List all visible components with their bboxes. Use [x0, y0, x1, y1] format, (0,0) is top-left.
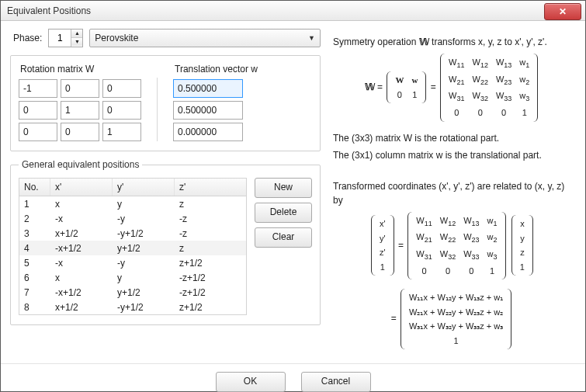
info-line3: The (3x1) column matrix w is the transla… — [333, 148, 571, 162]
gep-fieldset: General equivalent positions No. x' y' z… — [10, 159, 321, 325]
chevron-down-icon: ▼ — [308, 34, 315, 42]
gep-buttons: New Delete Clear — [255, 178, 312, 315]
w32-input[interactable]: 0 — [61, 123, 99, 141]
w2-input[interactable]: 0.500000 — [173, 101, 243, 120]
phase-combo-value: Perovskite — [95, 33, 138, 43]
w22-input[interactable]: 1 — [61, 101, 99, 120]
close-button[interactable]: ✕ — [544, 3, 581, 20]
table-row[interactable]: 4-x+1/2y+1/2z — [19, 241, 246, 255]
gep-table-body[interactable]: 1xyz2-x-y-z3x+1/2-y+1/2-z4-x+1/2y+1/2z5-… — [19, 196, 247, 315]
footer: OK Cancel — [1, 363, 585, 392]
dialog-body: Phase: ▲ ▼ Perovskite ▼ Rotation matrix — [1, 21, 585, 363]
eq-transform: x'y'z'1 = W11W12W13w1W21W22W23w2W31W32W3… — [333, 212, 571, 280]
matrix-fieldset: Rotation matrix W -1 0 0 0 1 0 0 0 1 — [10, 55, 321, 151]
gep-table-head: No. x' y' z' — [19, 178, 247, 196]
w1-input[interactable]: 0.500000 — [173, 79, 243, 98]
titlebar: Equivalent Positions ✕ — [1, 1, 585, 21]
w23-input[interactable]: 0 — [102, 101, 141, 120]
gep-table: No. x' y' z' 1xyz2-x-y-z3x+1/2-y+1/2-z4-… — [19, 178, 247, 315]
separator — [157, 78, 158, 141]
spin-up-button[interactable]: ▲ — [71, 29, 82, 38]
close-icon: ✕ — [559, 6, 567, 17]
w12-input[interactable]: 0 — [61, 79, 99, 98]
w33-input[interactable]: 1 — [102, 123, 141, 141]
new-button[interactable]: New — [255, 178, 312, 198]
info-line1: Symmetry operation 𝕎 transforms x, y, z … — [333, 35, 571, 49]
info-line2: The (3x3) matrix W is the rotational par… — [333, 131, 571, 145]
table-row[interactable]: 8x+1/2-y+1/2z+1/2 — [19, 300, 246, 314]
table-row[interactable]: 7-x+1/2y+1/2-z+1/2 — [19, 285, 246, 300]
eq-expanded: = W₁₁x + W₁₂y + W₁₃z + w₁W₂₁x + W₂₂y + W… — [333, 289, 571, 349]
spin-down-button[interactable]: ▼ — [71, 38, 82, 46]
phase-input[interactable] — [49, 29, 71, 47]
table-row[interactable]: 3x+1/2-y+1/2-z — [19, 226, 246, 241]
translation-grid: 0.500000 0.500000 0.000000 — [173, 79, 258, 141]
cancel-button[interactable]: Cancel — [301, 372, 371, 392]
table-row[interactable]: 1xyz — [19, 196, 246, 211]
rotation-block: Rotation matrix W -1 0 0 0 1 0 0 0 1 — [19, 64, 141, 141]
rotation-label: Rotation matrix W — [19, 64, 141, 75]
dialog-window: Equivalent Positions ✕ Phase: ▲ ▼ Perovs… — [0, 0, 586, 392]
th-z[interactable]: z' — [175, 179, 237, 196]
phase-spinner[interactable]: ▲ ▼ — [48, 29, 83, 47]
w31-input[interactable]: 0 — [19, 123, 57, 141]
th-no[interactable]: No. — [19, 179, 50, 196]
table-row[interactable]: 2-x-y-z — [19, 211, 246, 226]
info-panel: Symmetry operation 𝕎 transforms x, y, z … — [324, 29, 576, 359]
clear-button[interactable]: Clear — [255, 227, 312, 248]
delete-button[interactable]: Delete — [255, 203, 312, 223]
translation-block: Translation vector w 0.500000 0.500000 0… — [173, 64, 258, 141]
w13-input[interactable]: 0 — [102, 79, 141, 98]
window-title: Equivalent Positions — [7, 5, 91, 16]
info-line4: Transformed coordinates (x', y', z') are… — [333, 179, 571, 207]
gep-legend: General equivalent positions — [19, 159, 142, 170]
th-y[interactable]: y' — [113, 179, 175, 196]
translation-label: Translation vector w — [173, 64, 258, 75]
eq-definition: 𝕎 = Ww01 = W11W12W13w1W21W22W23w2W31W32W… — [333, 54, 571, 122]
w21-input[interactable]: 0 — [19, 101, 57, 120]
phase-label: Phase: — [10, 33, 42, 43]
w-glyph-icon: 𝕎 — [419, 36, 429, 47]
w11-input[interactable]: -1 — [19, 79, 57, 98]
w3-input[interactable]: 0.000000 — [173, 123, 243, 141]
big-matrix: W11W12W13w1W21W22W23w2W31W32W33w30001 — [440, 54, 538, 122]
phase-combo[interactable]: Perovskite ▼ — [89, 29, 321, 47]
table-row[interactable]: 6xy-z+1/2 — [19, 270, 246, 285]
phase-row: Phase: ▲ ▼ Perovskite ▼ — [10, 29, 321, 47]
th-x[interactable]: x' — [50, 179, 113, 196]
rotation-grid: -1 0 0 0 1 0 0 0 1 — [19, 79, 141, 141]
ok-button[interactable]: OK — [216, 372, 286, 392]
left-panel: Phase: ▲ ▼ Perovskite ▼ Rotation matrix — [10, 29, 321, 359]
table-row[interactable]: 5-x-yz+1/2 — [19, 255, 246, 270]
